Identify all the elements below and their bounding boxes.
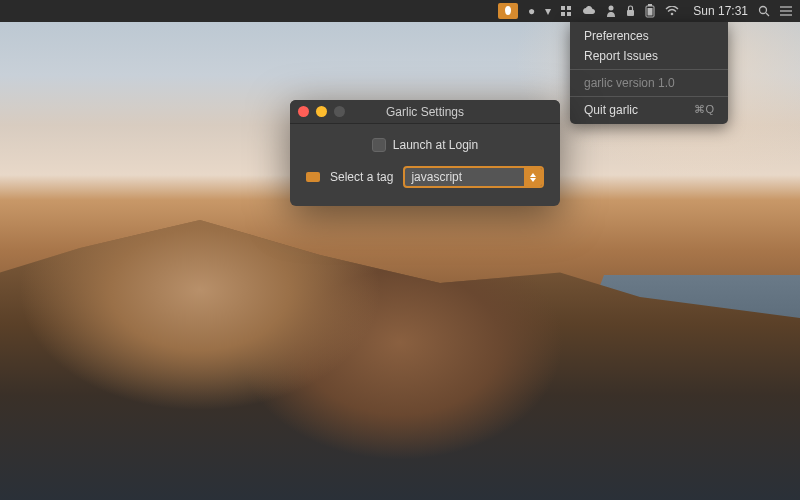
menu-preferences[interactable]: Preferences xyxy=(570,26,728,46)
menu-quit-shortcut: ⌘Q xyxy=(694,103,714,116)
window-body: Launch at Login Select a tag javascript xyxy=(290,124,560,206)
spotlight-icon[interactable] xyxy=(758,5,770,17)
menu-version: garlic version 1.0 xyxy=(570,73,728,93)
svg-point-9 xyxy=(671,13,674,16)
launch-at-login-row: Launch at Login xyxy=(306,138,544,152)
desktop-wallpaper: ● ▾ Sun 17:31 Preferences Report Issues xyxy=(0,0,800,500)
svg-rect-1 xyxy=(567,6,571,10)
menubar-clock[interactable]: Sun 17:31 xyxy=(693,4,748,18)
maximize-button[interactable] xyxy=(334,106,345,117)
svg-rect-0 xyxy=(561,6,565,10)
triangle-icon[interactable]: ▾ xyxy=(545,4,551,18)
garlic-status-icon[interactable] xyxy=(498,3,518,19)
wifi-icon[interactable] xyxy=(665,6,679,16)
select-tag-row: Select a tag javascript xyxy=(306,166,544,188)
menu-separator xyxy=(570,69,728,70)
lock-icon[interactable] xyxy=(626,5,635,17)
window-titlebar[interactable]: Garlic Settings xyxy=(290,100,560,124)
menubar: ● ▾ Sun 17:31 xyxy=(0,0,800,22)
select-tag-label: Select a tag xyxy=(330,170,393,184)
launch-at-login-label: Launch at Login xyxy=(393,138,478,152)
svg-rect-7 xyxy=(648,4,652,6)
circle-icon[interactable]: ● xyxy=(528,4,535,18)
status-menu-dropdown: Preferences Report Issues garlic version… xyxy=(570,22,728,124)
menu-separator xyxy=(570,96,728,97)
menu-report-issues[interactable]: Report Issues xyxy=(570,46,728,66)
grid-icon[interactable] xyxy=(561,6,572,17)
cloud-icon[interactable] xyxy=(582,6,596,16)
battery-icon[interactable] xyxy=(645,4,655,18)
svg-line-11 xyxy=(766,13,769,16)
close-button[interactable] xyxy=(298,106,309,117)
svg-rect-5 xyxy=(627,10,634,16)
menu-quit[interactable]: Quit garlic ⌘Q xyxy=(570,100,728,120)
tag-icon xyxy=(306,172,320,182)
person-icon[interactable] xyxy=(606,5,616,17)
svg-point-4 xyxy=(609,6,614,11)
svg-rect-3 xyxy=(567,12,571,16)
svg-rect-8 xyxy=(648,8,653,16)
menu-quit-label: Quit garlic xyxy=(584,103,638,117)
svg-rect-2 xyxy=(561,12,565,16)
tag-select[interactable]: javascript xyxy=(403,166,544,188)
svg-point-10 xyxy=(760,7,767,14)
tag-select-value: javascript xyxy=(411,170,462,184)
notification-center-icon[interactable] xyxy=(780,6,792,16)
minimize-button[interactable] xyxy=(316,106,327,117)
settings-window: Garlic Settings Launch at Login Select a… xyxy=(290,100,560,206)
launch-at-login-checkbox[interactable] xyxy=(372,138,386,152)
traffic-lights xyxy=(298,106,345,117)
select-stepper-icon xyxy=(524,168,542,186)
